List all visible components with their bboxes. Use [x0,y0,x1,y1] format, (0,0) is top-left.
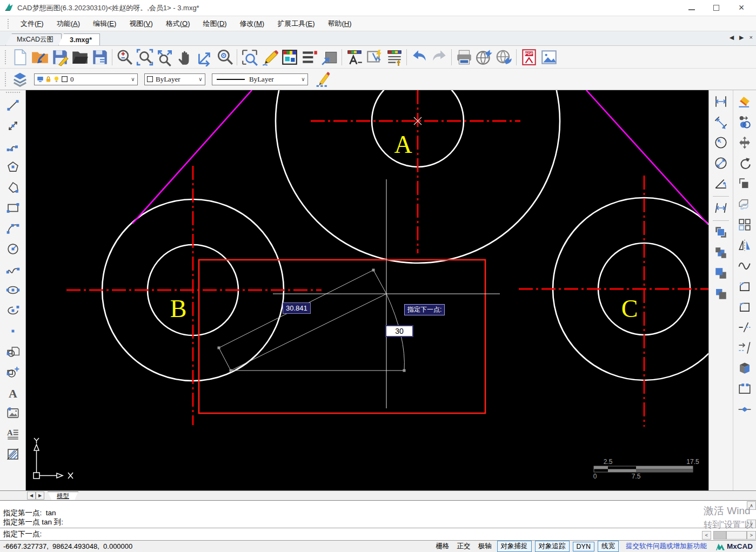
toggle-极轴[interactable]: 极轴 [478,542,492,551]
tool-color-palette[interactable] [279,47,299,67]
layer-manager-button[interactable] [10,69,30,89]
tool-save[interactable] [50,47,70,67]
tool-extend[interactable] [735,338,754,358]
tool-web-publish[interactable] [474,47,494,67]
tool-print[interactable] [454,47,474,67]
tool-polygon2[interactable] [3,178,23,197]
menu-文件(F)[interactable]: 文件(F) [14,17,50,31]
minimize-button[interactable] [688,6,695,10]
tool-dim-distance[interactable] [711,198,731,218]
menu-编辑(E)[interactable]: 编辑(E) [86,17,123,31]
tool-block[interactable] [3,342,23,361]
tool-image-export[interactable] [539,47,559,67]
tab-scroll-left-button[interactable]: ◀ [730,34,734,41]
tool-text[interactable]: A [3,383,23,402]
tab-scroll-right-button[interactable]: ▶ [739,34,744,41]
tool-linetype-list[interactable] [299,47,319,67]
tool-dim-angular[interactable] [711,174,731,193]
tool-pdf-export[interactable]: PDF [519,47,539,67]
tool-scale[interactable] [735,174,754,193]
tool-save-as[interactable] [90,47,110,67]
tool-array[interactable] [735,215,754,234]
tool-break[interactable] [735,379,754,399]
tool-dim-diameter[interactable] [711,153,731,173]
tool-fit-view[interactable] [319,47,339,67]
menu-视图(V)[interactable]: 视图(V) [123,17,159,31]
tool-text-style[interactable] [344,47,364,67]
toggle-对象追踪[interactable]: 对象追踪 [535,541,570,552]
tool-image[interactable] [3,403,23,423]
tool-ellipse[interactable] [3,280,23,300]
tool-spline[interactable] [3,260,23,279]
tool-arc[interactable] [3,219,23,238]
tool-explode[interactable] [735,359,754,378]
tool-xline[interactable] [3,116,23,136]
layout-next-button[interactable]: ▶ [36,492,44,500]
close-button[interactable]: × [738,5,745,11]
tool-zoom-window[interactable] [135,47,155,67]
tool-new-file[interactable] [10,47,30,67]
toggle-对象捕捉[interactable]: 对象捕捉 [497,541,532,552]
tool-web-open[interactable] [494,47,514,67]
menu-帮助(H)[interactable]: 帮助(H) [322,17,358,31]
toggle-DYN[interactable]: DYN [573,542,594,551]
tool-erase[interactable] [735,92,754,111]
tool-dim-aligned[interactable] [711,112,731,132]
tool-named-view[interactable] [239,47,259,67]
tool-zoom-circle[interactable] [215,47,235,67]
tool-quick-select[interactable] [364,47,384,67]
tab-MxCAD云图[interactable]: MxCAD云图 [5,33,62,45]
tool-order-above[interactable] [711,264,731,283]
tool-mtext[interactable]: A [3,424,23,443]
menu-修改(M)[interactable]: 修改(M) [233,17,271,31]
menu-格式(O)[interactable]: 格式(O) [159,17,197,31]
tool-ucs-axes[interactable] [195,47,215,67]
tool-undo[interactable] [409,47,429,67]
toggle-线宽[interactable]: 线宽 [598,541,619,552]
tool-hatch[interactable] [3,445,23,464]
menu-扩展工具(E)[interactable]: 扩展工具(E) [271,17,321,31]
drawing-canvas[interactable]: ABC 2.517.507.5 30.841 指定下一点: 30 [26,90,708,490]
tool-ellipse-arc[interactable] [3,301,23,320]
tab-close-button[interactable]: × [750,34,753,41]
tool-zoom-plusminus[interactable] [115,47,135,67]
menu-功能(A)[interactable]: 功能(A) [50,17,86,31]
tool-rotate[interactable] [735,153,754,173]
menu-绘图(D)[interactable]: 绘图(D) [197,17,233,31]
command-vertical-scrollbar[interactable]: ∧ ∨ [747,501,756,528]
command-prompt[interactable]: 指定下一点: [0,528,756,540]
tool-copy[interactable] [735,112,754,132]
tool-chamfer[interactable] [735,277,754,296]
tool-offset[interactable] [735,194,754,214]
tab-model[interactable]: 模型 [48,492,78,500]
tool-trim[interactable] [735,318,754,337]
tool-options-palette[interactable] [384,47,404,67]
toggle-栅格[interactable]: 栅格 [436,542,450,551]
tool-draw-pencil[interactable] [259,47,279,67]
tool-circle[interactable] [3,239,23,259]
tool-fillet[interactable] [735,297,754,317]
command-horizontal-scrollbar[interactable]: < > [702,531,756,540]
layout-prev-button[interactable]: ◀ [27,492,36,500]
tool-mirror[interactable] [735,235,754,255]
dyn-input-field[interactable]: 30 [385,325,413,337]
tool-zoom-extents[interactable] [155,47,175,67]
tool-line[interactable] [3,96,23,115]
layer-select[interactable]: 0 ∨ [34,73,138,85]
tool-order-back[interactable] [711,243,731,262]
tool-redo[interactable] [429,47,449,67]
maximize-button[interactable] [713,5,719,11]
command-window[interactable]: 指定第一点: tan指定第一点 tan 到: 指定下一点: ∧ ∨ < > 激活… [0,500,756,540]
tool-dim-radius[interactable] [711,133,731,152]
draw-settings-button[interactable] [312,69,332,89]
tool-dim-linear[interactable] [711,92,731,111]
tool-curve[interactable] [735,256,754,275]
tool-block-create[interactable] [3,362,23,382]
tool-open-folder[interactable] [70,47,90,67]
linetype-select[interactable]: ByLayer ∨ [212,73,308,85]
tool-polyline[interactable] [3,137,23,156]
tool-move[interactable] [735,133,754,152]
toggle-正交[interactable]: 正交 [457,542,471,551]
tool-polygon[interactable] [3,157,23,177]
tool-rectangle[interactable] [3,198,23,218]
